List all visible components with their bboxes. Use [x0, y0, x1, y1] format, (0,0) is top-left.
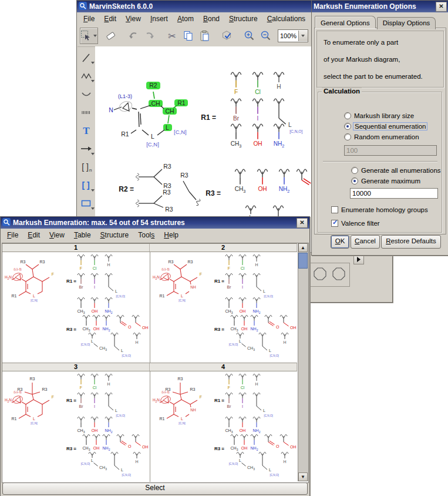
tab-general-options[interactable]: General Options	[315, 16, 376, 28]
chain-tool-button[interactable]	[78, 69, 95, 82]
menu-file[interactable]: File	[79, 13, 99, 25]
menu-tools[interactable]: Tools	[133, 229, 159, 241]
tab-display-options[interactable]: Display Options	[377, 17, 436, 29]
restore-defaults-button[interactable]: Restore Defaults	[381, 235, 441, 249]
radio-sequential-enumeration[interactable]: Sequential enumeration	[344, 123, 426, 130]
radio-generate-all-enumerations[interactable]: Generate all enumerations	[351, 167, 441, 174]
svg-text:(L1-3): (L1-3)	[14, 390, 22, 394]
menu-structure[interactable]: Structure	[224, 13, 262, 25]
radio-generate-maximum[interactable]: Generate maximum	[351, 177, 420, 185]
arc-tool-button[interactable]	[78, 88, 95, 100]
menu-edit[interactable]: Edit	[23, 229, 45, 241]
svg-text:[C,N,O]: [C,N,O]	[264, 414, 273, 417]
scroll-down-button[interactable]: ▼	[298, 472, 308, 481]
structure-cell-3[interactable]: R3R3R3L[C,N]R1F(L1-3)H2NR1 =FClHBrIL[C,N…	[2, 371, 150, 482]
grid-header-row: 12	[2, 243, 297, 252]
zoom-out-button[interactable]	[258, 28, 274, 43]
svg-text:CH3: CH3	[247, 465, 255, 471]
fragment-I: I	[91, 393, 98, 408]
chevron-down-icon[interactable]	[298, 31, 308, 41]
cancel-button[interactable]: Cancel	[351, 235, 380, 249]
menu-bond[interactable]: Bond	[198, 13, 224, 25]
select-button[interactable]: Select	[2, 482, 308, 495]
svg-text:R3: R3	[180, 172, 188, 179]
fragment-NH: NH2	[105, 297, 113, 314]
fragment-NH: NH2	[105, 417, 113, 433]
redo-button[interactable]	[142, 28, 158, 43]
vertical-scrollbar[interactable]: ▲ ▼	[298, 243, 308, 481]
bracket-n-tool-button[interactable]: [ ]n	[78, 160, 95, 173]
radio-markush-library-size[interactable]: Markush library size	[344, 112, 414, 119]
undo-button[interactable]	[125, 28, 142, 43]
fragment-NH: NH2	[274, 124, 285, 148]
close-icon[interactable]: ✕	[436, 2, 447, 12]
fragment-H: H	[133, 452, 140, 464]
selection-button[interactable]	[80, 28, 98, 44]
menu-view[interactable]: View	[121, 13, 146, 25]
svg-text:R1: R1	[12, 294, 17, 298]
scroll-up-button[interactable]: ▲	[298, 243, 308, 252]
enum-titlebar[interactable]: Markush Enumeration: max. 54 out of 54 s…	[1, 217, 309, 229]
bond-tool-button[interactable]	[78, 51, 95, 64]
zoom-in-button[interactable]	[241, 28, 258, 43]
menu-calculations[interactable]: Calculations	[262, 13, 310, 25]
grid-header-row: 34	[2, 363, 297, 371]
checkbox-indicator[interactable]	[331, 206, 338, 213]
text-tool-button[interactable]: T	[78, 124, 95, 137]
fragment-O: O	[265, 434, 279, 448]
svg-text:L: L	[263, 408, 265, 413]
svg-text:[C,N,O]: [C,N,O]	[229, 343, 238, 346]
general-options-panel: To enumerate only a part of your Markush…	[314, 28, 446, 234]
fragment-O: O	[117, 315, 132, 329]
fragment-CH: CH3	[78, 417, 85, 433]
markush-enumeration-options-dialog: Markush Enumeration Options ✕ General Op…	[311, 0, 448, 256]
ok-button[interactable]: OK	[331, 235, 349, 249]
enumerated-structure-drawing: R3R3NHL[C,N]R1F(L1-3)H2NR1 =FClHBrIL[C,N…	[150, 252, 298, 363]
radio-random-enumeration[interactable]: Random enumeration	[344, 133, 419, 140]
menu-insert[interactable]: Insert	[146, 13, 173, 25]
zoom-level-combo[interactable]: 100%	[278, 29, 308, 42]
cut-button[interactable]: ✂	[164, 28, 180, 43]
structure-cell-1[interactable]: R3R3L[C,N]R1F(L1-3)H2NR1 =FClHBrIL[C,N,O…	[2, 252, 150, 363]
structure-cell-2[interactable]: R3R3NHL[C,N]R1F(L1-3)H2NR1 =FClHBrIL[C,N…	[150, 252, 297, 363]
multi-line-tool-button[interactable]	[78, 106, 95, 119]
ring-template-icon[interactable]	[332, 267, 346, 283]
fragment-L: L[C,N,O]	[111, 452, 131, 476]
menu-atom[interactable]: Atom	[173, 13, 198, 25]
scrollbar-thumb[interactable]	[298, 253, 308, 269]
generate-maximum-field[interactable]	[350, 188, 438, 199]
radio-indicator[interactable]	[351, 177, 358, 185]
arrow-tool-button[interactable]	[78, 142, 95, 155]
cyclooctane-template-icon[interactable]	[313, 267, 327, 283]
radio-indicator[interactable]	[344, 112, 351, 119]
checkbox-enumerate-homology-groups[interactable]: Enumerate homology groups	[331, 206, 428, 213]
checkbox-valence-filter[interactable]: Valence filter	[331, 220, 380, 227]
menu-structure[interactable]: Structure	[96, 229, 134, 241]
radio-indicator[interactable]	[344, 133, 351, 140]
close-icon[interactable]: ✕	[297, 218, 308, 228]
svg-text:L: L	[239, 339, 241, 343]
checkbox-indicator[interactable]	[331, 220, 338, 227]
menu-help[interactable]: Help	[159, 229, 183, 241]
radio-indicator[interactable]	[351, 167, 358, 174]
structure-cell-4[interactable]: R3R3R3NHL[C,N]R1F(L1-3)H2NR1 =FClHBrIL[C…	[150, 371, 297, 482]
dialog-titlebar[interactable]: Markush Enumeration Options ✕	[312, 1, 448, 12]
svg-text:CH3: CH3	[231, 327, 238, 332]
svg-text:O: O	[276, 444, 279, 448]
svg-text:H: H	[107, 263, 110, 267]
paste-button[interactable]	[197, 28, 213, 43]
check-structure-button[interactable]	[219, 28, 235, 43]
menu-edit[interactable]: Edit	[99, 13, 121, 25]
menu-view[interactable]: View	[45, 229, 69, 241]
menu-table[interactable]: Table	[69, 229, 96, 241]
radio-indicator[interactable]	[344, 123, 351, 130]
copy-button[interactable]	[180, 28, 197, 43]
rectangle-tool-button[interactable]	[78, 197, 95, 210]
fragment-NH: NH2	[279, 169, 290, 193]
fragment-H: H	[281, 333, 288, 344]
menu-file[interactable]: File	[2, 229, 23, 241]
eraser-button[interactable]	[103, 28, 119, 43]
bracket-tool-button[interactable]: [ ]	[78, 179, 95, 192]
random-count-field[interactable]	[344, 145, 437, 156]
fragment-OH: OH	[91, 297, 98, 313]
